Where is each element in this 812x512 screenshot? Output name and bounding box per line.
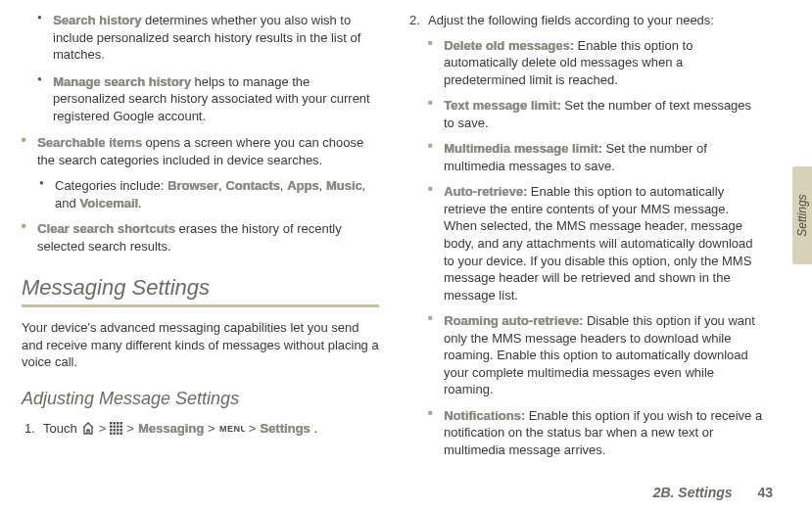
svg-rect-11 [120, 429, 122, 431]
svg-text:MENU: MENU [219, 424, 245, 434]
navigation-path: Touch > > Messaging [43, 420, 317, 438]
opt-delete-old-messages: Delete old messages: Enable this option … [428, 37, 764, 89]
svg-rect-7 [120, 426, 122, 428]
svg-rect-5 [114, 426, 116, 428]
touch-word: Touch [43, 420, 77, 438]
svg-rect-13 [114, 433, 116, 435]
svg-rect-15 [120, 433, 122, 435]
svg-rect-8 [110, 429, 112, 431]
page-footer: 2B. Settings 43 [653, 484, 773, 502]
step-2: 2. Adjust the following fields according… [406, 12, 764, 459]
side-tab-label: Settings [794, 194, 810, 236]
intro-paragraph: Your device's advanced messaging capabil… [22, 319, 379, 371]
opt-multimedia-message-limit: Multimedia message limit: Set the number… [428, 140, 764, 174]
svg-rect-4 [110, 426, 112, 428]
clear-search-shortcuts: Clear search shortcuts erases the histor… [22, 220, 379, 255]
right-column: 2. Adjust the following fields according… [406, 12, 764, 462]
svg-rect-1 [114, 422, 116, 424]
step-number: 1. [24, 420, 35, 438]
svg-rect-6 [117, 426, 119, 428]
svg-rect-3 [120, 422, 122, 424]
heading-adjusting-message-settings: Adjusting Message Settings [22, 387, 379, 410]
svg-rect-12 [110, 433, 112, 435]
search-history-item: Search history determines whether you al… [35, 12, 379, 64]
opt-auto-retrieve: Auto-retrieve: Enable this option to aut… [428, 183, 764, 303]
apps-grid-icon [110, 422, 122, 435]
opt-roaming-auto-retrieve: Roaming auto-retrieve: Disable this opti… [428, 312, 764, 398]
step-1: 1. Touch > > [22, 420, 379, 438]
menu-icon: MENU [219, 423, 245, 434]
heading-messaging-settings: Messaging Settings [22, 273, 379, 308]
label: Searchable items [37, 135, 142, 150]
svg-rect-9 [114, 429, 116, 431]
label: Clear search shortcuts [37, 221, 175, 236]
categories-line: Categories include: Browser, Contacts, A… [37, 177, 379, 211]
manage-search-history-item: Manage search history helps to manage th… [35, 73, 379, 125]
prefix: Categories include: [55, 178, 167, 193]
home-icon [81, 422, 95, 435]
label: Search history [53, 13, 141, 27]
footer-page-number: 43 [757, 485, 773, 500]
searchable-items: Searchable items opens a screen where yo… [22, 134, 379, 211]
path-messaging: Messaging [138, 420, 204, 438]
left-column: Search history determines whether you al… [22, 12, 379, 462]
svg-rect-10 [117, 429, 119, 431]
footer-section: 2B. Settings [653, 485, 733, 500]
step-number: 2. [409, 12, 420, 29]
label: Manage search history [53, 74, 191, 89]
side-tab-settings: Settings [792, 166, 812, 264]
path-settings: Settings [260, 420, 310, 438]
svg-rect-14 [117, 433, 119, 435]
step-text: Adjust the following fields according to… [428, 13, 714, 27]
svg-rect-2 [117, 422, 119, 424]
opt-text-message-limit: Text message limit: Set the number of te… [428, 97, 764, 131]
svg-rect-0 [110, 422, 112, 424]
opt-notifications: Notifications: Enable this option if you… [428, 407, 764, 459]
